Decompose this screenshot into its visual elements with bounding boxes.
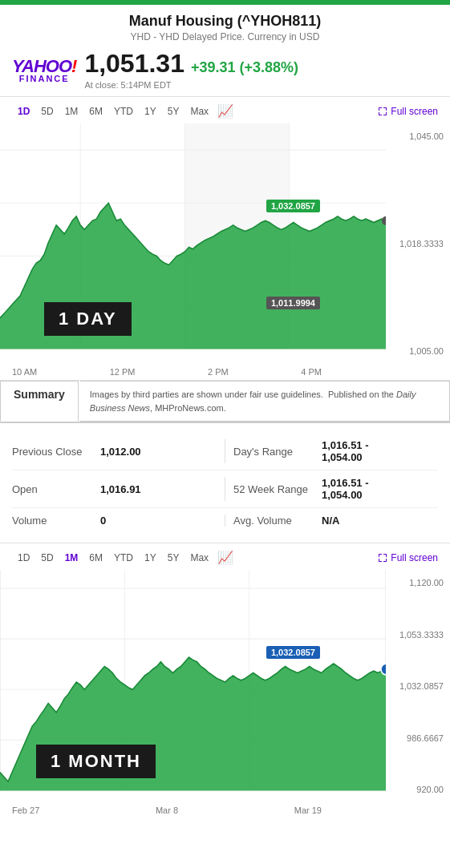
y-label-3: 1,018.3333 (389, 239, 444, 248)
stats-row-2: Open 1,016.91 52 Week Range 1,016.51 - 1… (12, 470, 438, 508)
chart1-price-tag2: 1,011.9994 (266, 297, 320, 309)
chart1-svg (0, 123, 386, 380)
chart1-x-axis: 10 AM 12 PM 2 PM 4 PM (12, 367, 322, 380)
x-label-10am: 10 AM (12, 367, 37, 377)
y2-label-5: 920.00 (389, 785, 444, 794)
avg-volume-label: Avg. Volume (233, 515, 322, 527)
btn2-6m[interactable]: 6M (83, 551, 108, 565)
y2-label-2: 1,053.3333 (389, 630, 444, 640)
btn2-5y[interactable]: 5Y (162, 551, 185, 565)
chart2-area: 1 MONTH 1,032.0857 Feb 27 Mar 8 Mar 19 (0, 570, 386, 818)
stats-row-3: Volume 0 Avg. Volume N/A (12, 508, 438, 533)
volume-label: Volume (12, 515, 100, 527)
52week-label: 52 Week Range (233, 483, 322, 495)
stat-divider-1 (225, 439, 225, 463)
fullscreen2-label: Full screen (391, 552, 438, 563)
chart2-section: 1D 5D 1M 6M YTD 1Y 5Y Max 📈 Full screen (0, 543, 450, 818)
chart2-x-axis: Feb 27 Mar 8 Mar 19 (12, 805, 322, 818)
chart1-price-tag1: 1,032.0857 (266, 200, 320, 212)
btn-ytd[interactable]: YTD (108, 104, 139, 119)
stock-title: Manuf Housing (^YHOH811) (12, 13, 438, 30)
open-value: 1,016.91 (100, 483, 141, 495)
yahoo-logo: YAHOO! FINANCE (12, 56, 76, 83)
days-range-label: Day's Range (233, 446, 322, 458)
btn-5d[interactable]: 5D (35, 104, 59, 119)
chart2-controls: 1D 5D 1M 6M YTD 1Y 5Y Max 📈 Full screen (0, 543, 450, 570)
chart2-y-axis: 1,120.00 1,053.3333 1,032.0857 986.6667 … (386, 570, 450, 818)
chart1-y-axis: 1,045.00 1,018.3333 1,005.00 (386, 123, 450, 380)
stock-subtitle: YHD - YHD Delayed Price. Currency in USD (12, 31, 438, 42)
chart1-period-label: 1 DAY (44, 302, 132, 336)
stat-prev-close: Previous Close 1,012.00 (12, 439, 217, 463)
x-label-12pm: 12 PM (110, 367, 136, 377)
btn2-1d[interactable]: 1D (12, 551, 35, 565)
btn2-1y[interactable]: 1Y (139, 551, 162, 565)
fullscreen-label: Full screen (391, 106, 438, 117)
summary-tab[interactable]: Summary (0, 381, 79, 422)
prev-close-label: Previous Close (12, 446, 100, 458)
price-time: At close: 5:14PM EDT (84, 80, 438, 90)
y-label-5: 1,005.00 (389, 346, 444, 356)
summary-tab-label: Summary (14, 388, 65, 401)
open-label: Open (12, 483, 100, 495)
chart1-wrapper: 1 DAY 1,032.0857 1,011.9994 10 AM 12 PM … (0, 123, 450, 380)
stock-price: 1,051.31 (84, 49, 184, 79)
chart2-period-label: 1 MONTH (36, 745, 156, 778)
volume-value: 0 (100, 515, 106, 527)
stats-table: Previous Close 1,012.00 Day's Range 1,01… (0, 423, 450, 543)
chart-type-icon[interactable]: 📈 (217, 103, 233, 119)
chart2-wrapper: 1 MONTH 1,032.0857 Feb 27 Mar 8 Mar 19 1… (0, 570, 450, 818)
btn-6m[interactable]: 6M (83, 104, 108, 119)
btn2-1m[interactable]: 1M (59, 551, 84, 565)
days-range-value: 1,016.51 - 1,054.00 (322, 439, 369, 463)
chart2-svg (0, 570, 386, 818)
y2-label-1: 1,120.00 (389, 578, 444, 587)
stats-row-1: Previous Close 1,012.00 Day's Range 1,01… (12, 433, 438, 470)
x-label-2pm: 2 PM (208, 367, 229, 377)
y2-label-3: 1,032.0857 (389, 681, 444, 691)
y-label-1: 1,045.00 (389, 131, 444, 141)
y2-label-4: 986.6667 (389, 733, 444, 743)
stat-days-range: Day's Range 1,016.51 - 1,054.00 (233, 439, 438, 463)
fullscreen2-btn[interactable]: Full screen (378, 552, 438, 563)
stat-volume: Volume 0 (12, 515, 217, 527)
btn-max[interactable]: Max (184, 104, 214, 119)
52week-value: 1,016.51 - 1,054.00 (322, 477, 369, 501)
stat-52week: 52 Week Range 1,016.51 - 1,054.00 (233, 477, 438, 501)
chart2-type-icon[interactable]: 📈 (217, 550, 233, 565)
btn2-ytd[interactable]: YTD (108, 551, 139, 565)
expand-icon (378, 107, 387, 116)
svg-point-19 (381, 664, 386, 675)
stat-divider-3 (225, 515, 225, 527)
price-change: +39.31 (+3.88%) (191, 59, 298, 76)
summary-row: Summary Images by third parties are show… (0, 381, 450, 423)
price-section: 1,051.31 +39.31 (+3.88%) At close: 5:14P… (84, 49, 438, 90)
btn-1y[interactable]: 1Y (139, 104, 162, 119)
chart2-price-tag: 1,032.0857 (266, 646, 320, 659)
stat-avg-volume: Avg. Volume N/A (233, 515, 438, 527)
btn-5y[interactable]: 5Y (162, 104, 185, 119)
header: Manuf Housing (^YHOH811) YHD - YHD Delay… (0, 5, 450, 97)
x2-label-mar8: Mar 8 (156, 805, 178, 815)
btn2-max[interactable]: Max (184, 551, 214, 565)
chart2-price-value: 1,032.0857 (266, 646, 320, 659)
expand2-icon (378, 553, 387, 563)
prev-close-value: 1,012.00 (100, 446, 141, 458)
btn-1d[interactable]: 1D (12, 104, 35, 119)
btn-1m[interactable]: 1M (59, 104, 84, 119)
x2-label-mar19: Mar 19 (294, 805, 322, 815)
x-label-4pm: 4 PM (301, 367, 322, 377)
fullscreen-btn[interactable]: Full screen (378, 106, 438, 117)
avg-volume-value: N/A (322, 515, 339, 527)
finance-text: FINANCE (19, 74, 70, 83)
x2-label-feb27: Feb 27 (12, 805, 39, 815)
stat-open: Open 1,016.91 (12, 477, 217, 501)
btn2-5d[interactable]: 5D (35, 551, 59, 565)
stat-divider-2 (225, 477, 225, 501)
copyright-notice: Images by third parties are shown under … (80, 381, 450, 422)
chart1-controls: 1D 5D 1M 6M YTD 1Y 5Y Max 📈 Full screen (0, 97, 450, 123)
chart1-section: 1D 5D 1M 6M YTD 1Y 5Y Max 📈 Full screen (0, 97, 450, 381)
chart1-area: 1 DAY 1,032.0857 1,011.9994 10 AM 12 PM … (0, 123, 386, 380)
